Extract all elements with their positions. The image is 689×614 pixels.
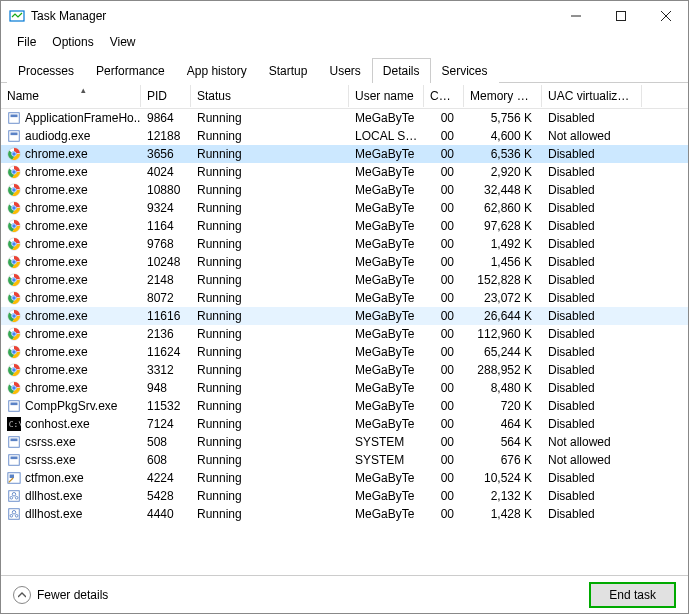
process-memory: 5,756 K (464, 110, 542, 126)
process-name: chrome.exe (25, 273, 88, 287)
process-status: Running (191, 308, 349, 324)
process-cpu: 00 (424, 380, 464, 396)
col-pid[interactable]: PID (141, 85, 191, 107)
process-memory: 62,860 K (464, 200, 542, 216)
process-cpu: 00 (424, 272, 464, 288)
process-list[interactable]: ApplicationFrameHo...9864RunningMeGaByTe… (1, 109, 688, 575)
menu-options[interactable]: Options (44, 33, 101, 51)
process-uac: Disabled (542, 506, 642, 522)
tab-details[interactable]: Details (372, 58, 431, 83)
column-headers: Name▴ PID Status User name CPU Memory (a… (1, 83, 688, 109)
process-uac: Disabled (542, 236, 642, 252)
process-pid: 3312 (141, 362, 191, 378)
tab-users[interactable]: Users (318, 58, 371, 83)
chrome-icon (7, 165, 21, 179)
col-uac[interactable]: UAC virtualizat... (542, 85, 642, 107)
tab-startup[interactable]: Startup (258, 58, 319, 83)
process-status: Running (191, 218, 349, 234)
table-row[interactable]: chrome.exe948RunningMeGaByTe008,480 KDis… (1, 379, 688, 397)
table-row[interactable]: chrome.exe2136RunningMeGaByTe00112,960 K… (1, 325, 688, 343)
process-status: Running (191, 128, 349, 144)
task-manager-icon (9, 8, 25, 24)
close-button[interactable] (643, 1, 688, 31)
table-row[interactable]: audiodg.exe12188RunningLOCAL SE...004,60… (1, 127, 688, 145)
process-uac: Disabled (542, 254, 642, 270)
process-memory: 2,132 K (464, 488, 542, 504)
process-user: LOCAL SE... (349, 128, 424, 144)
process-cpu: 00 (424, 164, 464, 180)
table-row[interactable]: chrome.exe9324RunningMeGaByTe0062,860 KD… (1, 199, 688, 217)
fewer-details-toggle[interactable]: Fewer details (13, 586, 108, 604)
table-row[interactable]: chrome.exe11624RunningMeGaByTe0065,244 K… (1, 343, 688, 361)
table-row[interactable]: chrome.exe11616RunningMeGaByTe0026,644 K… (1, 307, 688, 325)
process-user: MeGaByTe (349, 146, 424, 162)
process-status: Running (191, 452, 349, 468)
process-uac: Disabled (542, 218, 642, 234)
table-row[interactable]: C:\conhost.exe7124RunningMeGaByTe00464 K… (1, 415, 688, 433)
dll-icon (7, 489, 21, 503)
col-name[interactable]: Name▴ (1, 85, 141, 107)
process-name: chrome.exe (25, 165, 88, 179)
process-user: SYSTEM (349, 452, 424, 468)
process-cpu: 00 (424, 326, 464, 342)
process-user: MeGaByTe (349, 164, 424, 180)
process-user: MeGaByTe (349, 200, 424, 216)
process-name: chrome.exe (25, 201, 88, 215)
table-row[interactable]: chrome.exe10248RunningMeGaByTe001,456 KD… (1, 253, 688, 271)
process-name: dllhost.exe (25, 507, 82, 521)
chrome-icon (7, 345, 21, 359)
process-memory: 564 K (464, 434, 542, 450)
table-row[interactable]: chrome.exe3656RunningMeGaByTe006,536 KDi… (1, 145, 688, 163)
table-row[interactable]: chrome.exe3312RunningMeGaByTe00288,952 K… (1, 361, 688, 379)
process-cpu: 00 (424, 218, 464, 234)
process-pid: 9864 (141, 110, 191, 126)
fewer-details-label: Fewer details (37, 588, 108, 602)
process-pid: 4440 (141, 506, 191, 522)
tab-services[interactable]: Services (431, 58, 499, 83)
maximize-button[interactable] (598, 1, 643, 31)
table-row[interactable]: csrss.exe608RunningSYSTEM00676 KNot allo… (1, 451, 688, 469)
col-cpu[interactable]: CPU (424, 85, 464, 107)
table-row[interactable]: chrome.exe4024RunningMeGaByTe002,920 KDi… (1, 163, 688, 181)
process-pid: 10880 (141, 182, 191, 198)
process-name: audiodg.exe (25, 129, 90, 143)
app-icon (7, 399, 21, 413)
table-row[interactable]: chrome.exe2148RunningMeGaByTe00152,828 K… (1, 271, 688, 289)
process-name: chrome.exe (25, 327, 88, 341)
process-uac: Not allowed (542, 434, 642, 450)
table-row[interactable]: csrss.exe508RunningSYSTEM00564 KNot allo… (1, 433, 688, 451)
tab-performance[interactable]: Performance (85, 58, 176, 83)
sort-asc-icon: ▴ (81, 85, 86, 95)
table-row[interactable]: chrome.exe8072RunningMeGaByTe0023,072 KD… (1, 289, 688, 307)
app-icon (7, 453, 21, 467)
table-row[interactable]: dllhost.exe5428RunningMeGaByTe002,132 KD… (1, 487, 688, 505)
process-pid: 3656 (141, 146, 191, 162)
table-row[interactable]: chrome.exe10880RunningMeGaByTe0032,448 K… (1, 181, 688, 199)
process-pid: 12188 (141, 128, 191, 144)
table-row[interactable]: CompPkgSrv.exe11532RunningMeGaByTe00720 … (1, 397, 688, 415)
svg-rect-58 (11, 457, 18, 460)
svg-point-26 (12, 242, 16, 246)
process-user: MeGaByTe (349, 506, 424, 522)
minimize-button[interactable] (553, 1, 598, 31)
col-status[interactable]: Status (191, 85, 349, 107)
menu-view[interactable]: View (102, 33, 144, 51)
table-row[interactable]: chrome.exe9768RunningMeGaByTe001,492 KDi… (1, 235, 688, 253)
table-row[interactable]: dllhost.exe4440RunningMeGaByTe001,428 KD… (1, 505, 688, 523)
process-name: chrome.exe (25, 291, 88, 305)
table-row[interactable]: ctfmon.exe4224RunningMeGaByTe0010,524 KD… (1, 469, 688, 487)
tab-processes[interactable]: Processes (7, 58, 85, 83)
end-task-button[interactable]: End task (589, 582, 676, 608)
process-pid: 5428 (141, 488, 191, 504)
svg-rect-52 (11, 403, 18, 406)
menu-file[interactable]: File (9, 33, 44, 51)
table-row[interactable]: chrome.exe1164RunningMeGaByTe0097,628 KD… (1, 217, 688, 235)
process-memory: 464 K (464, 416, 542, 432)
table-row[interactable]: ApplicationFrameHo...9864RunningMeGaByTe… (1, 109, 688, 127)
process-pid: 9324 (141, 200, 191, 216)
col-user[interactable]: User name (349, 85, 424, 107)
process-name: chrome.exe (25, 237, 88, 251)
svg-point-41 (12, 332, 16, 336)
tab-app-history[interactable]: App history (176, 58, 258, 83)
col-memory[interactable]: Memory (a... (464, 85, 542, 107)
